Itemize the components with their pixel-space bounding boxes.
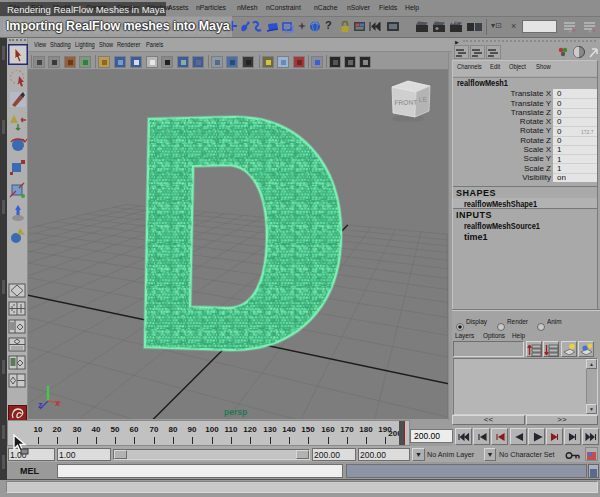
svg-text:LE: LE	[419, 95, 428, 103]
svg-text:persp: persp	[224, 407, 247, 417]
svg-text:z: z	[38, 400, 43, 410]
svg-text:x: x	[55, 398, 60, 408]
svg-text:FRONT: FRONT	[394, 99, 417, 106]
